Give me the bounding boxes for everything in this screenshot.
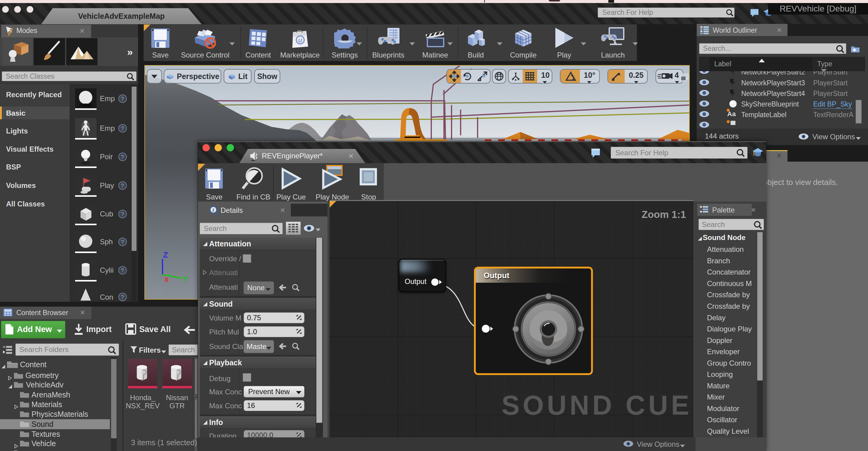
svg-text:?: ? <box>121 125 124 132</box>
svg-text:?: ? <box>121 294 124 300</box>
svg-text:?: ? <box>121 239 124 245</box>
svg-text:Z: Z <box>163 250 168 260</box>
svg-text:Y: Y <box>183 274 188 283</box>
svg-text:?: ? <box>156 287 159 294</box>
svg-text:?: ? <box>121 211 124 217</box>
svg-text:?: ? <box>121 267 124 274</box>
svg-text:?: ? <box>121 154 124 160</box>
svg-text:u: u <box>298 36 302 44</box>
svg-text:?: ? <box>121 182 124 189</box>
svg-text:x: x <box>164 274 169 283</box>
svg-text:?: ? <box>121 96 124 102</box>
